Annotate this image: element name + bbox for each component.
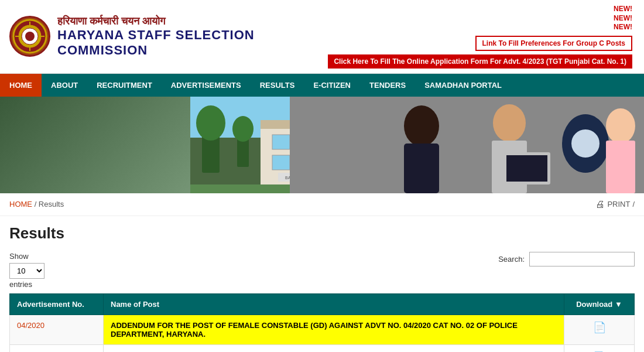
- breadcrumb-separator: /: [35, 200, 39, 209]
- sort-icon: ▼: [615, 300, 622, 309]
- print-label: PRINT: [607, 200, 630, 209]
- hero-building: BAYS NOs. 67-78: [0, 97, 290, 193]
- adv-no-cell: 04/2020: [10, 315, 104, 344]
- breadcrumb-current: Results: [39, 200, 64, 209]
- svg-rect-16: [272, 135, 290, 149]
- table-wrapper: Advertisement No. Name of Post Download …: [0, 293, 644, 352]
- show-label: Show: [9, 252, 44, 261]
- entries-select[interactable]: 10 25 50 100: [9, 263, 44, 279]
- nav-results[interactable]: RESULTS: [251, 74, 304, 97]
- nav-samadhan[interactable]: SAMADHAN PORTAL: [415, 74, 511, 97]
- entries-label: entries: [9, 280, 44, 289]
- english-title: HARYANA STAFF SELECTION COMMISSION: [57, 28, 328, 58]
- search-label: Search:: [498, 255, 525, 264]
- table-controls: Show 10 25 50 100 entries Search:: [0, 247, 644, 293]
- show-entries: Show 10 25 50 100 entries: [9, 252, 44, 289]
- col-header-download[interactable]: Download ▼: [564, 293, 635, 315]
- nav-recruitment[interactable]: RECRUITMENT: [87, 74, 162, 97]
- table-header-row: Advertisement No. Name of Post Download …: [10, 293, 635, 315]
- print-sep: /: [632, 200, 635, 209]
- svg-point-29: [404, 105, 439, 146]
- svg-point-37: [606, 108, 635, 143]
- link2-button[interactable]: Click Here To Fill The Online Applicatio…: [328, 54, 632, 69]
- svg-point-11: [196, 105, 225, 141]
- printer-icon: 🖨: [595, 199, 605, 210]
- download-cell[interactable]: 📄: [564, 344, 635, 352]
- adv-no-cell: 14/2019: [10, 344, 104, 352]
- header-notices: NEW! NEW! NEW! Link To Fill Preferences …: [328, 5, 635, 69]
- new-badge: NEW! NEW! NEW!: [614, 5, 632, 32]
- nav-about[interactable]: ABOUT: [42, 74, 87, 97]
- nav-ecitizen[interactable]: E-CITIZEN: [304, 74, 360, 97]
- hindi-title: हरियाणा कर्मचारी चयन आयोग: [57, 15, 328, 28]
- download-cell[interactable]: 📄: [564, 315, 635, 344]
- navbar: HOME ABOUT RECRUITMENT ADVERTISEMENTS RE…: [0, 74, 644, 97]
- post-name-cell: Final Result for the post of Assistant M…: [104, 344, 564, 352]
- svg-point-31: [493, 104, 526, 142]
- breadcrumb-home[interactable]: HOME: [9, 200, 32, 209]
- search-area: Search:: [498, 252, 635, 266]
- svg-rect-34: [506, 155, 547, 182]
- svg-rect-30: [404, 143, 439, 193]
- print-button[interactable]: 🖨 PRINT /: [595, 199, 635, 210]
- logo-area: हरियाणा कर्मचारी चयन आयोग HARYANA STAFF …: [9, 15, 328, 58]
- col-header-adv-no: Advertisement No.: [10, 293, 104, 315]
- svg-point-13: [232, 116, 254, 142]
- org-name: हरियाणा कर्मचारी चयन आयोग HARYANA STAFF …: [57, 15, 328, 58]
- results-table: Advertisement No. Name of Post Download …: [9, 293, 635, 352]
- link1-button[interactable]: Link To Fill Preferences For Group C Pos…: [475, 36, 633, 51]
- search-input[interactable]: [529, 252, 635, 266]
- hero-image: BAYS NOs. 67-78: [0, 97, 644, 193]
- header: हरियाणा कर्मचारी चयन आयोग HARYANA STAFF …: [0, 0, 644, 74]
- col-header-name-post: Name of Post: [104, 293, 564, 315]
- svg-rect-38: [606, 141, 635, 193]
- nav-home[interactable]: HOME: [0, 74, 42, 97]
- svg-point-3: [25, 32, 35, 41]
- svg-point-36: [571, 129, 600, 158]
- page-title: Results: [0, 216, 644, 247]
- table-row: 14/2019Final Result for the post of Assi…: [10, 344, 635, 352]
- nav-tenders[interactable]: TENDERS: [360, 74, 415, 97]
- nav-advertisements[interactable]: ADVERTISEMENTS: [162, 74, 251, 97]
- breadcrumb-left: HOME / Results: [9, 200, 64, 209]
- breadcrumb: HOME / Results 🖨 PRINT /: [0, 193, 644, 216]
- svg-rect-20: [272, 155, 290, 170]
- post-name-cell: ADDENDUM FOR THE POST OF FEMALE CONSTABL…: [104, 315, 564, 344]
- table-row: 04/2020ADDENDUM FOR THE POST OF FEMALE C…: [10, 315, 635, 344]
- pdf-download-icon[interactable]: 📄: [593, 322, 606, 333]
- hero-people: [290, 97, 644, 193]
- logo: [9, 16, 50, 57]
